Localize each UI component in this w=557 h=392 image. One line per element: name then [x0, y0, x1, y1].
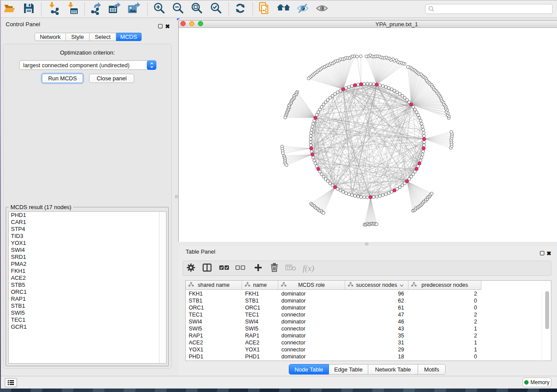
- network-node[interactable]: [347, 193, 350, 196]
- table-row[interactable]: PHD1PHD1dominator180: [186, 353, 542, 360]
- mcds-result-item[interactable]: STP4: [9, 226, 166, 233]
- control-panel-float-button[interactable]: [158, 22, 163, 30]
- network-node[interactable]: [363, 83, 366, 86]
- network-node[interactable]: [360, 196, 363, 199]
- mcds-result-item[interactable]: STB1: [9, 303, 166, 309]
- memory-button[interactable]: Memory: [522, 378, 551, 387]
- network-node[interactable]: [356, 195, 360, 198]
- window-zoom-icon[interactable]: [198, 21, 203, 26]
- mcds-result-item[interactable]: SWI4: [9, 247, 166, 254]
- table-row[interactable]: FKH1FKH1dominator962: [186, 290, 542, 297]
- network-node[interactable]: [381, 194, 384, 197]
- run-mcds-button[interactable]: Run MCDS: [42, 74, 83, 83]
- window-close-icon[interactable]: [180, 21, 186, 26]
- network-node[interactable]: [318, 108, 322, 111]
- network-node[interactable]: [421, 125, 424, 128]
- network-hub-node[interactable]: [309, 147, 313, 150]
- network-hub-node[interactable]: [418, 162, 421, 165]
- import-table-button[interactable]: [65, 2, 80, 17]
- network-node[interactable]: [317, 111, 320, 114]
- network-node[interactable]: [375, 195, 378, 198]
- network-hub-node[interactable]: [317, 167, 320, 171]
- table-row[interactable]: STB1STB1dominator620: [186, 297, 542, 304]
- network-hub-node[interactable]: [422, 138, 426, 141]
- network-node[interactable]: [422, 134, 426, 138]
- network-node[interactable]: [384, 86, 387, 89]
- network-node[interactable]: [345, 192, 348, 195]
- export-image-button[interactable]: [126, 2, 142, 17]
- mcds-result-item[interactable]: TEC1: [9, 316, 166, 323]
- network-node[interactable]: [422, 150, 425, 153]
- vertical-splitter-handle[interactable]: [175, 195, 178, 198]
- network-leaf-node[interactable]: [365, 55, 368, 58]
- column-header-successor-nodes[interactable]: successor nodes: [345, 281, 408, 289]
- save-session-button[interactable]: [21, 2, 37, 17]
- network-node[interactable]: [353, 194, 356, 197]
- mcds-result-item[interactable]: ORC1: [9, 289, 166, 296]
- close-panel-button[interactable]: Close panel: [89, 74, 134, 83]
- network-node[interactable]: [310, 131, 313, 134]
- column-header-name[interactable]: name: [242, 281, 278, 289]
- network-node[interactable]: [309, 138, 312, 141]
- tab-edge-table[interactable]: Edge Table: [329, 364, 368, 375]
- import-network-button[interactable]: [46, 2, 62, 17]
- table-row[interactable]: ORC1ORC1dominator610: [186, 304, 542, 311]
- mcds-result-item[interactable]: GCR1: [9, 323, 166, 330]
- mcds-result-item[interactable]: YOX1: [9, 240, 166, 247]
- mcds-result-item[interactable]: SWI5: [9, 309, 166, 316]
- network-hub-node[interactable]: [415, 167, 419, 171]
- mcds-result-item[interactable]: CAR1: [9, 219, 166, 226]
- tab-motifs[interactable]: Motifs: [418, 364, 446, 375]
- horizontal-splitter-handle[interactable]: [365, 243, 368, 245]
- mcds-result-item[interactable]: ACE2: [9, 275, 166, 282]
- network-leaf-node[interactable]: [356, 55, 359, 58]
- network-node[interactable]: [314, 162, 317, 165]
- function-builder-button[interactable]: f(x): [300, 262, 317, 275]
- network-leaf-node[interactable]: [322, 211, 325, 214]
- mcds-list-scrollbar[interactable]: [159, 212, 166, 363]
- network-leaf-node[interactable]: [359, 55, 362, 58]
- network-node[interactable]: [413, 108, 416, 111]
- zoom-in-button[interactable]: [151, 2, 167, 17]
- network-node[interactable]: [401, 184, 404, 187]
- zoom-out-button[interactable]: [170, 2, 186, 17]
- network-node[interactable]: [398, 186, 401, 189]
- search-input[interactable]: [425, 4, 553, 14]
- mcds-result-item[interactable]: SRD1: [9, 254, 166, 261]
- network-hub-node[interactable]: [333, 186, 337, 189]
- hide-selected-button[interactable]: [295, 2, 311, 17]
- deselect-all-button[interactable]: [234, 262, 247, 275]
- gear-button[interactable]: [184, 262, 197, 275]
- network-node[interactable]: [420, 122, 423, 125]
- network-node[interactable]: [372, 196, 375, 199]
- columns-button[interactable]: [201, 262, 214, 275]
- network-node[interactable]: [363, 196, 366, 199]
- add-button[interactable]: [252, 262, 265, 275]
- open-network-button[interactable]: [2, 2, 17, 17]
- network-node[interactable]: [311, 125, 314, 128]
- network-hub-node[interactable]: [405, 179, 409, 183]
- network-hub-node[interactable]: [375, 83, 379, 86]
- network-node[interactable]: [356, 83, 360, 86]
- network-node[interactable]: [309, 144, 312, 147]
- network-leaf-node[interactable]: [375, 223, 378, 226]
- network-node[interactable]: [422, 144, 426, 147]
- network-node[interactable]: [313, 159, 316, 162]
- network-hub-node[interactable]: [311, 153, 314, 156]
- network-node[interactable]: [393, 89, 396, 92]
- network-leaf-node[interactable]: [284, 116, 287, 119]
- delete-button[interactable]: [268, 262, 281, 275]
- network-node[interactable]: [378, 194, 381, 197]
- mcds-result-item[interactable]: STB5: [9, 282, 166, 289]
- table-panel-close-button[interactable]: ✖: [547, 249, 551, 257]
- network-node[interactable]: [347, 86, 350, 89]
- network-node[interactable]: [420, 156, 423, 159]
- network-hub-node[interactable]: [422, 147, 426, 150]
- network-node[interactable]: [312, 122, 315, 125]
- network-node[interactable]: [320, 173, 323, 176]
- network-leaf-node[interactable]: [430, 192, 433, 195]
- network-node[interactable]: [310, 150, 313, 153]
- tab-network-table[interactable]: Network Table: [368, 364, 418, 375]
- network-leaf-node[interactable]: [450, 131, 453, 134]
- network-leaf-node[interactable]: [281, 152, 284, 155]
